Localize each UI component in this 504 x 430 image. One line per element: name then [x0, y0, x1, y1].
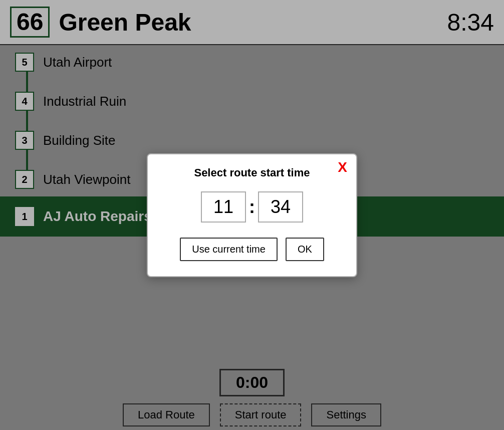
hour-input[interactable] [201, 191, 246, 223]
modal-overlay: X Select route start time : Use current … [0, 0, 504, 430]
modal-buttons: Use current time OK [163, 238, 341, 261]
time-picker: : [163, 191, 341, 223]
time-picker-modal: X Select route start time : Use current … [147, 153, 357, 277]
modal-title: Select route start time [163, 166, 341, 179]
time-colon: : [249, 196, 255, 218]
minute-input[interactable] [258, 191, 303, 223]
use-current-time-button[interactable]: Use current time [180, 238, 278, 261]
ok-button[interactable]: OK [286, 238, 324, 261]
modal-close-button[interactable]: X [338, 160, 347, 174]
